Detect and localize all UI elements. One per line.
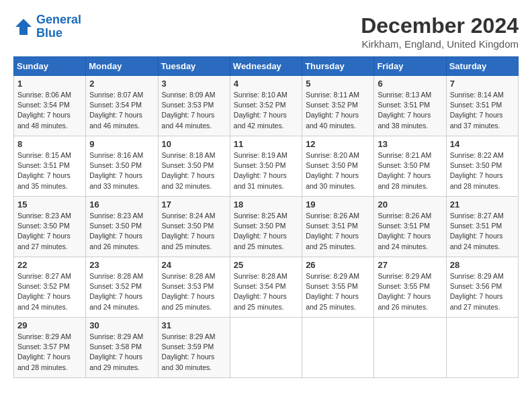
calendar-cell: 12Sunrise: 8:20 AM Sunset: 3:50 PM Dayli… [302,136,374,197]
day-info: Sunrise: 8:28 AM Sunset: 3:52 PM Dayligh… [89,271,154,312]
calendar-cell: 6Sunrise: 8:13 AM Sunset: 3:51 PM Daylig… [374,76,446,136]
day-number: 21 [450,199,515,210]
day-info: Sunrise: 8:25 AM Sunset: 3:50 PM Dayligh… [234,211,298,252]
calendar-cell: 1Sunrise: 8:06 AM Sunset: 3:54 PM Daylig… [14,76,86,136]
day-info: Sunrise: 8:19 AM Sunset: 3:50 PM Dayligh… [234,150,298,191]
day-number: 9 [89,139,154,149]
day-number: 12 [306,139,370,149]
calendar-cell [374,318,446,378]
logo-text: General Blue [36,13,81,40]
day-info: Sunrise: 8:29 AM Sunset: 3:55 PM Dayligh… [378,271,442,312]
calendar-cell: 18Sunrise: 8:25 AM Sunset: 3:50 PM Dayli… [230,197,302,257]
calendar-cell: 2Sunrise: 8:07 AM Sunset: 3:54 PM Daylig… [86,76,158,136]
calendar-cell: 16Sunrise: 8:23 AM Sunset: 3:50 PM Dayli… [86,197,158,257]
day-number: 11 [234,139,298,149]
calendar-cell: 19Sunrise: 8:26 AM Sunset: 3:51 PM Dayli… [302,197,374,257]
calendar-cell [302,318,374,378]
day-info: Sunrise: 8:29 AM Sunset: 3:59 PM Dayligh… [162,332,226,373]
day-number: 17 [162,199,226,210]
day-header-monday: Monday [86,57,158,76]
day-number: 4 [234,79,298,89]
day-number: 3 [162,79,226,89]
calendar-cell: 8Sunrise: 8:15 AM Sunset: 3:51 PM Daylig… [14,136,86,197]
calendar-cell: 24Sunrise: 8:28 AM Sunset: 3:53 PM Dayli… [158,257,230,318]
day-info: Sunrise: 8:11 AM Sunset: 3:52 PM Dayligh… [306,90,370,131]
calendar-cell: 17Sunrise: 8:24 AM Sunset: 3:50 PM Dayli… [158,197,230,257]
calendar-table: SundayMondayTuesdayWednesdayThursdayFrid… [13,56,519,378]
day-number: 24 [162,260,226,270]
location: Kirkham, England, United Kingdom [361,38,519,50]
day-number: 19 [306,199,370,210]
calendar-cell: 31Sunrise: 8:29 AM Sunset: 3:59 PM Dayli… [158,318,230,378]
day-number: 18 [234,199,298,210]
day-header-saturday: Saturday [446,57,518,76]
calendar-body: 1Sunrise: 8:06 AM Sunset: 3:54 PM Daylig… [14,76,519,378]
page-header: General Blue December 2024 Kirkham, Engl… [13,13,519,50]
day-info: Sunrise: 8:22 AM Sunset: 3:50 PM Dayligh… [450,150,515,191]
day-number: 6 [378,79,442,89]
day-info: Sunrise: 8:15 AM Sunset: 3:51 PM Dayligh… [17,150,82,191]
day-info: Sunrise: 8:10 AM Sunset: 3:52 PM Dayligh… [234,90,298,131]
day-info: Sunrise: 8:18 AM Sunset: 3:50 PM Dayligh… [162,150,226,191]
day-number: 14 [450,139,515,149]
calendar-cell [446,318,518,378]
day-number: 29 [17,320,82,330]
day-number: 26 [306,260,370,270]
day-info: Sunrise: 8:24 AM Sunset: 3:50 PM Dayligh… [162,211,226,252]
day-number: 28 [450,260,515,270]
day-info: Sunrise: 8:29 AM Sunset: 3:57 PM Dayligh… [17,332,82,373]
calendar-cell: 14Sunrise: 8:22 AM Sunset: 3:50 PM Dayli… [446,136,518,197]
day-number: 22 [17,260,82,270]
calendar-week-row: 1Sunrise: 8:06 AM Sunset: 3:54 PM Daylig… [14,76,519,136]
calendar-cell: 15Sunrise: 8:23 AM Sunset: 3:50 PM Dayli… [14,197,86,257]
day-number: 7 [450,79,515,89]
day-info: Sunrise: 8:27 AM Sunset: 3:52 PM Dayligh… [17,271,82,312]
day-info: Sunrise: 8:29 AM Sunset: 3:56 PM Dayligh… [450,271,515,312]
day-info: Sunrise: 8:20 AM Sunset: 3:50 PM Dayligh… [306,150,370,191]
calendar-week-row: 22Sunrise: 8:27 AM Sunset: 3:52 PM Dayli… [14,257,519,318]
calendar-cell: 21Sunrise: 8:27 AM Sunset: 3:51 PM Dayli… [446,197,518,257]
calendar-cell: 13Sunrise: 8:21 AM Sunset: 3:50 PM Dayli… [374,136,446,197]
day-header-thursday: Thursday [302,57,374,76]
day-number: 27 [378,260,442,270]
calendar-week-row: 15Sunrise: 8:23 AM Sunset: 3:50 PM Dayli… [14,197,519,257]
day-number: 16 [89,199,154,210]
day-number: 30 [89,320,154,330]
month-title: December 2024 [361,13,519,38]
calendar-cell: 28Sunrise: 8:29 AM Sunset: 3:56 PM Dayli… [446,257,518,318]
calendar-cell [230,318,302,378]
calendar-cell: 27Sunrise: 8:29 AM Sunset: 3:55 PM Dayli… [374,257,446,318]
calendar-cell: 26Sunrise: 8:29 AM Sunset: 3:55 PM Dayli… [302,257,374,318]
calendar-cell: 30Sunrise: 8:29 AM Sunset: 3:58 PM Dayli… [86,318,158,378]
day-info: Sunrise: 8:14 AM Sunset: 3:51 PM Dayligh… [450,90,515,131]
calendar-cell: 23Sunrise: 8:28 AM Sunset: 3:52 PM Dayli… [86,257,158,318]
day-number: 10 [162,139,226,149]
day-info: Sunrise: 8:26 AM Sunset: 3:51 PM Dayligh… [306,211,370,252]
calendar-cell: 9Sunrise: 8:16 AM Sunset: 3:50 PM Daylig… [86,136,158,197]
day-number: 5 [306,79,370,89]
calendar-week-row: 29Sunrise: 8:29 AM Sunset: 3:57 PM Dayli… [14,318,519,378]
day-info: Sunrise: 8:07 AM Sunset: 3:54 PM Dayligh… [89,90,154,131]
day-info: Sunrise: 8:21 AM Sunset: 3:50 PM Dayligh… [378,150,442,191]
day-info: Sunrise: 8:23 AM Sunset: 3:50 PM Dayligh… [17,211,82,252]
calendar-cell: 29Sunrise: 8:29 AM Sunset: 3:57 PM Dayli… [14,318,86,378]
day-number: 31 [162,320,226,330]
day-number: 1 [17,79,82,89]
svg-marker-0 [15,19,32,35]
day-info: Sunrise: 8:16 AM Sunset: 3:50 PM Dayligh… [89,150,154,191]
day-info: Sunrise: 8:13 AM Sunset: 3:51 PM Dayligh… [378,90,442,131]
day-number: 15 [17,199,82,210]
day-number: 25 [234,260,298,270]
calendar-cell: 10Sunrise: 8:18 AM Sunset: 3:50 PM Dayli… [158,136,230,197]
day-info: Sunrise: 8:06 AM Sunset: 3:54 PM Dayligh… [17,90,82,131]
day-info: Sunrise: 8:09 AM Sunset: 3:53 PM Dayligh… [162,90,226,131]
logo: General Blue [13,13,81,40]
day-info: Sunrise: 8:28 AM Sunset: 3:54 PM Dayligh… [234,271,298,312]
day-header-friday: Friday [374,57,446,76]
day-number: 8 [17,139,82,149]
day-info: Sunrise: 8:23 AM Sunset: 3:50 PM Dayligh… [89,211,154,252]
calendar-week-row: 8Sunrise: 8:15 AM Sunset: 3:51 PM Daylig… [14,136,519,197]
day-info: Sunrise: 8:27 AM Sunset: 3:51 PM Dayligh… [450,211,515,252]
day-info: Sunrise: 8:29 AM Sunset: 3:55 PM Dayligh… [306,271,370,312]
calendar-cell: 5Sunrise: 8:11 AM Sunset: 3:52 PM Daylig… [302,76,374,136]
